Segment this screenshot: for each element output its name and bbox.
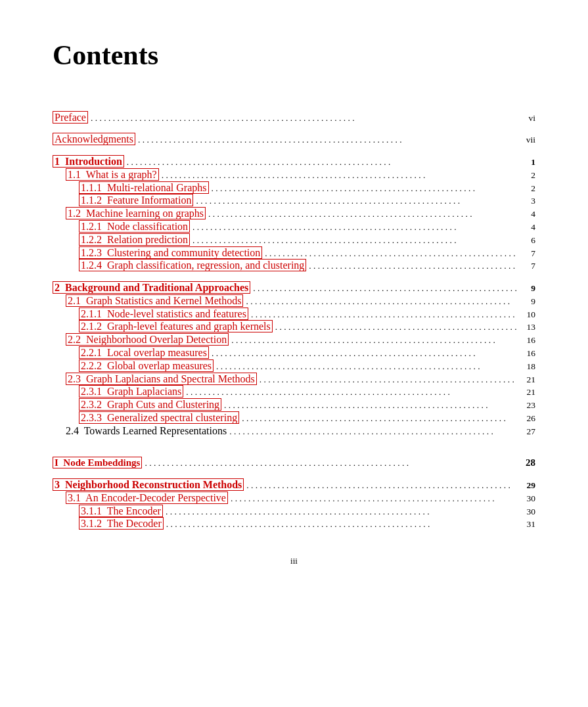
toc-entry-s1.2.4: 1.2.4 Graph classification, regression, … bbox=[53, 260, 535, 271]
toc-link-s2.1[interactable]: 2.1 Graph Statistics and Kernel Methods bbox=[66, 294, 243, 307]
toc-dots-ch2: . . . . . . . . . . . . . . . . . . . . … bbox=[253, 283, 517, 294]
toc-label-s1.2[interactable]: 1.2 Machine learning on graphs bbox=[66, 208, 206, 219]
toc-label-s1.2.1[interactable]: 1.2.1 Node classification bbox=[79, 221, 190, 233]
toc-entry-s2.3.2: 2.3.2 Graph Cuts and Clustering . . . . … bbox=[53, 399, 535, 411]
toc-page-s1.1.2: 3 bbox=[520, 196, 535, 206]
toc-link-s2.1.1[interactable]: 2.1.1 Node-level statistics and features bbox=[79, 308, 248, 320]
toc-entry-s1.1.2: 1.1.2 Feature Information . . . . . . . … bbox=[53, 194, 535, 206]
toc-entry-preface: Preface . . . . . . . . . . . . . . . . … bbox=[53, 112, 535, 124]
toc-link-s3.1.2[interactable]: 3.1.2 The Decoder bbox=[79, 517, 164, 530]
toc-link-ch3[interactable]: 3 Neighborhood Reconstruction Methods bbox=[53, 478, 244, 491]
toc-dots-s2.1: . . . . . . . . . . . . . . . . . . . . … bbox=[246, 296, 517, 307]
toc-dots-preface: . . . . . . . . . . . . . . . . . . . . … bbox=[91, 113, 517, 124]
toc-label-s1.2.3[interactable]: 1.2.3 Clustering and community detection bbox=[79, 247, 262, 259]
toc-dots-s1.2.2: . . . . . . . . . . . . . . . . . . . . … bbox=[192, 235, 517, 246]
toc-label-s2.1[interactable]: 2.1 Graph Statistics and Kernel Methods bbox=[66, 295, 243, 307]
toc-dots-s2.3.1: . . . . . . . . . . . . . . . . . . . . … bbox=[186, 387, 517, 398]
toc-link-s1.2.2[interactable]: 1.2.2 Relation prediction bbox=[79, 233, 190, 246]
toc-page-s1.2: 4 bbox=[520, 209, 535, 219]
toc-label-part1[interactable]: I Node Embeddings bbox=[53, 457, 142, 468]
toc-link-s2.3.3[interactable]: 2.3.3 Generalized spectral clustering bbox=[79, 411, 239, 424]
toc-label-s1.1.2[interactable]: 1.1.2 Feature Information bbox=[79, 194, 193, 206]
toc-page-s3.1.1: 30 bbox=[520, 507, 535, 517]
toc-label-s1.1[interactable]: 1.1 What is a graph? bbox=[66, 169, 159, 181]
toc-label-ch2[interactable]: 2 Background and Traditional Approaches bbox=[53, 282, 250, 294]
toc-page-s2.1.1: 10 bbox=[520, 309, 535, 320]
toc-link-s3.1.1[interactable]: 3.1.1 The Encoder bbox=[79, 505, 163, 517]
toc-label-acknowledgments[interactable]: Acknowledgments bbox=[53, 133, 135, 145]
toc-dots-s2.3.2: . . . . . . . . . . . . . . . . . . . . … bbox=[224, 400, 517, 411]
toc-label-s2.3.1[interactable]: 2.3.1 Graph Laplacians bbox=[79, 386, 183, 398]
toc-entry-s1.2.1: 1.2.1 Node classification . . . . . . . … bbox=[53, 221, 535, 233]
toc-label-s2.2.2[interactable]: 2.2.2 Global overlap measures bbox=[79, 360, 214, 372]
toc-link-s2.3.2[interactable]: 2.3.2 Graph Cuts and Clustering bbox=[79, 398, 221, 411]
toc-dots-s2.1.2: . . . . . . . . . . . . . . . . . . . . … bbox=[275, 322, 517, 332]
toc-page-s2.3.2: 23 bbox=[520, 400, 535, 411]
toc-link-s2.3.1[interactable]: 2.3.1 Graph Laplacians bbox=[79, 385, 183, 398]
toc-link-s2.2[interactable]: 2.2 Neighborhood Overlap Detection bbox=[66, 333, 229, 346]
toc-label-s3.1[interactable]: 3.1 An Encoder-Decoder Perspective bbox=[66, 492, 228, 504]
toc-page-s2.3.1: 21 bbox=[520, 387, 535, 398]
toc-link-s1.1[interactable]: 1.1 What is a graph? bbox=[66, 168, 159, 181]
toc-dots-s1.2.4: . . . . . . . . . . . . . . . . . . . . … bbox=[309, 261, 517, 271]
toc-page-part1: 28 bbox=[520, 457, 535, 468]
toc-page-acknowledgments: vii bbox=[520, 135, 535, 145]
toc-label-s1.2.2[interactable]: 1.2.2 Relation prediction bbox=[79, 234, 190, 246]
toc-entry-ch2: 2 Background and Traditional Approaches … bbox=[53, 282, 535, 294]
toc-label-s2.3.2[interactable]: 2.3.2 Graph Cuts and Clustering bbox=[79, 399, 221, 411]
toc-label-s2.2.1[interactable]: 2.2.1 Local overlap measures bbox=[79, 347, 209, 359]
toc-link-s1.2[interactable]: 1.2 Machine learning on graphs bbox=[66, 207, 206, 219]
toc-link-s2.3[interactable]: 2.3 Graph Laplacians and Spectral Method… bbox=[66, 373, 257, 385]
toc-link-s1.2.3[interactable]: 1.2.3 Clustering and community detection bbox=[79, 246, 262, 259]
toc-label-s2.1.2[interactable]: 2.1.2 Graph-level features and graph ker… bbox=[79, 321, 273, 332]
toc-link-s1.2.4[interactable]: 1.2.4 Graph classification, regression, … bbox=[79, 259, 306, 271]
toc-dots-s1.1.2: . . . . . . . . . . . . . . . . . . . . … bbox=[196, 196, 517, 206]
toc-link-s3.1[interactable]: 3.1 An Encoder-Decoder Perspective bbox=[66, 491, 228, 504]
toc-entry-s1.2.3: 1.2.3 Clustering and community detection… bbox=[53, 247, 535, 259]
toc-entry-acknowledgments: Acknowledgments . . . . . . . . . . . . … bbox=[53, 133, 535, 145]
toc-label-s3.1.2[interactable]: 3.1.2 The Decoder bbox=[79, 518, 164, 530]
toc-page-s2.2.1: 16 bbox=[520, 348, 535, 359]
toc-page-s2.1.2: 13 bbox=[520, 322, 535, 332]
toc-label-ch3[interactable]: 3 Neighborhood Reconstruction Methods bbox=[53, 479, 244, 491]
toc-label-s1.2.4[interactable]: 1.2.4 Graph classification, regression, … bbox=[79, 260, 306, 271]
toc-page-ch1: 1 bbox=[520, 157, 535, 168]
toc-link-ch2[interactable]: 2 Background and Traditional Approaches bbox=[53, 281, 250, 294]
toc-label-s2.3.3[interactable]: 2.3.3 Generalized spectral clustering bbox=[79, 412, 239, 424]
toc-entry-s3.1.1: 3.1.1 The Encoder . . . . . . . . . . . … bbox=[53, 505, 535, 517]
toc-link-s2.1.2[interactable]: 2.1.2 Graph-level features and graph ker… bbox=[79, 320, 273, 332]
toc-label-s3.1.1[interactable]: 3.1.1 The Encoder bbox=[79, 505, 163, 517]
toc-label-s2.2[interactable]: 2.2 Neighborhood Overlap Detection bbox=[66, 334, 229, 346]
toc-dots-part1: . . . . . . . . . . . . . . . . . . . . … bbox=[145, 458, 517, 468]
toc-page-s2.1: 9 bbox=[520, 296, 535, 307]
toc-dots-s3.1: . . . . . . . . . . . . . . . . . . . . … bbox=[231, 493, 517, 504]
toc-label-s2.3[interactable]: 2.3 Graph Laplacians and Spectral Method… bbox=[66, 373, 257, 385]
toc-link-s1.1.1[interactable]: 1.1.1 Multi-relational Graphs bbox=[79, 181, 209, 194]
toc-page-s2.2.2: 18 bbox=[520, 361, 535, 372]
toc-label-s2.1.1[interactable]: 2.1.1 Node-level statistics and features bbox=[79, 308, 248, 320]
toc-link-s1.2.1[interactable]: 1.2.1 Node classification bbox=[79, 220, 190, 233]
toc-entry-ch3: 3 Neighborhood Reconstruction Methods . … bbox=[53, 479, 535, 491]
toc-page-s2.3.3: 26 bbox=[520, 413, 535, 424]
toc-link-part1[interactable]: I Node Embeddings bbox=[53, 457, 142, 468]
toc-label-s2.4: 2.4 Towards Learned Representations bbox=[66, 425, 227, 437]
toc-label-s1.1.1[interactable]: 1.1.1 Multi-relational Graphs bbox=[79, 182, 209, 194]
toc-link-s1.1.2[interactable]: 1.1.2 Feature Information bbox=[79, 194, 193, 206]
toc-link-ch1[interactable]: 1 Introduction bbox=[53, 155, 124, 168]
toc-entry-s3.1.2: 3.1.2 The Decoder . . . . . . . . . . . … bbox=[53, 518, 535, 530]
toc-link-preface[interactable]: Preface bbox=[53, 111, 88, 124]
toc-entry-s1.1: 1.1 What is a graph? . . . . . . . . . .… bbox=[53, 169, 535, 181]
toc-link-s2.2.2[interactable]: 2.2.2 Global overlap measures bbox=[79, 359, 214, 372]
toc-link-s2.2.1[interactable]: 2.2.1 Local overlap measures bbox=[79, 346, 209, 359]
toc-entry-s2.1: 2.1 Graph Statistics and Kernel Methods … bbox=[53, 295, 535, 307]
toc-page-s2.4: 27 bbox=[520, 426, 535, 437]
toc-page-preface: vi bbox=[520, 113, 535, 124]
toc-entry-s2.3: 2.3 Graph Laplacians and Spectral Method… bbox=[53, 373, 535, 385]
toc-link-acknowledgments[interactable]: Acknowledgments bbox=[53, 133, 135, 145]
toc-label-preface[interactable]: Preface bbox=[53, 112, 88, 124]
toc-dots-ch1: . . . . . . . . . . . . . . . . . . . . … bbox=[127, 157, 517, 168]
toc-page-s1.1: 2 bbox=[520, 170, 535, 181]
toc-page-s1.1.1: 2 bbox=[520, 183, 535, 194]
toc-label-ch1[interactable]: 1 Introduction bbox=[53, 156, 124, 168]
toc-dots-s3.1.1: . . . . . . . . . . . . . . . . . . . . … bbox=[166, 507, 517, 517]
